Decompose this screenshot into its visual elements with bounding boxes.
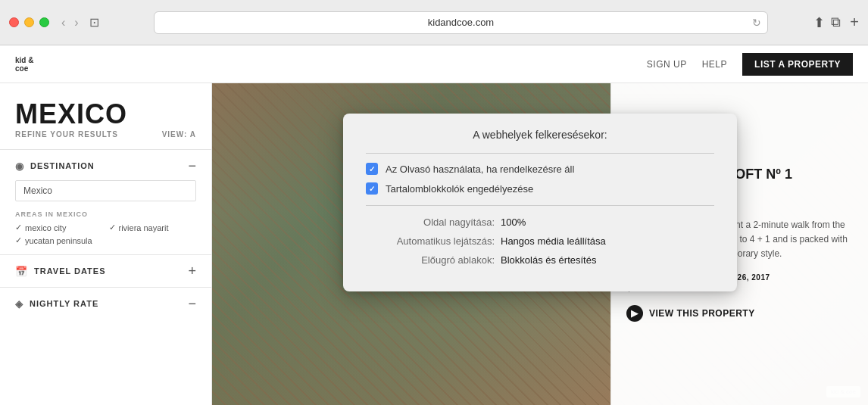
nav-links: SIGN UP HELP LIST A PROPERTY [647,53,853,76]
checkbox-row-1: Az Olvasó használata, ha rendelkezésre á… [366,163,714,175]
destination-section-header[interactable]: ◉ DESTINATION − [15,159,196,173]
page-wrapper: kid & coe SIGN UP HELP LIST A PROPERTY M… [0,45,868,405]
destination-section: ◉ DESTINATION − AREAS IN MEXICO ✓ mexico… [0,149,211,254]
popup-autoplay-label: Automatikus lejátszás: [373,235,495,247]
page-title: MEXICO [15,98,196,130]
sidebar-header: MEXICO REFINE YOUR RESULTS VIEW: A [0,83,211,149]
nightly-rate-section-title: ◈ NIGHTLY RATE [15,298,98,310]
calendar-icon: 📅 [15,266,28,277]
view-label: VIEW: A [162,130,196,139]
nightly-rate-section-header[interactable]: ◈ NIGHTLY RATE − [15,297,196,310]
popup-zoom-value: 100% [501,217,526,228]
browser-chrome: ‹ › ⊡ kidandcoe.com ↻ ⬆ ⧉ + [0,0,868,45]
popup-title: A webhelyek felkeresésekor: [366,129,714,141]
popup-popups-value: Blokkolás és értesítés [501,254,596,266]
nightly-rate-toggle-icon: − [188,297,196,310]
browser-actions: ⬆ ⧉ + [813,14,859,31]
destination-toggle-icon: − [188,159,196,173]
checkbox-2[interactable] [366,182,378,195]
share-button[interactable]: ⬆ [813,14,825,31]
checkbox-row-2: Tartalomblokkolók engedélyezése [366,182,714,195]
travel-dates-section: 📅 TRAVEL DATES + [0,254,211,287]
refine-text: REFINE YOUR RESULTS [15,130,118,139]
destination-section-title: ◉ DESTINATION [15,160,95,172]
rate-icon: ◈ [15,298,23,310]
checkbox-1-label: Az Olvasó használata, ha rendelkezésre á… [386,164,574,175]
property-area: kid & coe THE SAYULITA LOFT Nº 1 Sayulit… [212,83,868,405]
logo-line2: coe [15,64,33,73]
area-item-riviera-nayarit[interactable]: ✓ riviera nayarit [109,223,197,232]
url-text: kidandcoe.com [428,17,494,28]
popup-divider-top [366,153,714,154]
tabs-button[interactable]: ⧉ [831,14,841,30]
area-label-mexico-city: mexico city [25,223,66,232]
area-label-riviera-nayarit: riviera nayarit [119,223,169,232]
close-button[interactable] [9,17,19,27]
popup-overlay: A webhelyek felkeresésekor: Az Olvasó ha… [212,83,868,405]
area-label-yucatan: yucatan peninsula [25,236,92,245]
popup-autoplay-value: Hangos média leállítása [501,235,606,247]
checkbox-1[interactable] [366,163,378,175]
check-icon-riviera-nayarit: ✓ [109,223,116,232]
popup-dialog: A webhelyek felkeresésekor: Az Olvasó ha… [343,114,737,291]
destination-input[interactable] [15,180,196,201]
travel-dates-toggle-icon: + [188,264,196,278]
forward-button[interactable]: › [71,14,81,31]
popup-divider-mid [366,205,714,206]
destination-label: DESTINATION [30,161,95,170]
popup-row-popups: Előugró ablakok: Blokkolás és értesítés [366,254,714,266]
help-link[interactable]: HELP [702,59,727,70]
travel-dates-section-title: 📅 TRAVEL DATES [15,266,106,277]
check-icon-yucatan: ✓ [15,235,22,245]
logo: kid & coe [15,56,33,73]
checkbox-2-label: Tartalomblokkolók engedélyezése [386,183,533,195]
travel-dates-section-header[interactable]: 📅 TRAVEL DATES + [15,264,196,278]
traffic-lights [9,17,49,27]
sidebar-toggle-button[interactable]: ⊡ [89,15,99,30]
areas-in-mexico-label: AREAS IN MEXICO [15,210,196,218]
minimize-button[interactable] [24,17,34,27]
popup-row-autoplay: Automatikus lejátszás: Hangos média leál… [366,235,714,247]
area-item-mexico-city[interactable]: ✓ mexico city [15,223,103,232]
nav-buttons: ‹ › [58,14,82,31]
new-tab-button[interactable]: + [850,14,859,31]
logo-line1: kid & [15,56,33,64]
refine-label: REFINE YOUR RESULTS VIEW: A [15,130,196,139]
fullscreen-button[interactable] [39,17,49,27]
popup-popups-label: Előugró ablakok: [373,254,495,266]
reload-icon[interactable]: ↻ [752,17,761,29]
area-item-yucatan[interactable]: ✓ yucatan peninsula [15,235,103,245]
main-content: MEXICO REFINE YOUR RESULTS VIEW: A ◉ DES… [0,83,868,405]
back-button[interactable]: ‹ [58,14,68,31]
top-nav: kid & coe SIGN UP HELP LIST A PROPERTY [0,45,868,83]
check-icon-mexico-city: ✓ [15,223,22,232]
travel-dates-label: TRAVEL DATES [34,266,106,276]
areas-grid: ✓ mexico city ✓ riviera nayarit ✓ yucata… [15,223,196,245]
list-property-button[interactable]: LIST A PROPERTY [742,53,853,76]
destination-input-wrap [15,180,196,201]
sidebar: MEXICO REFINE YOUR RESULTS VIEW: A ◉ DES… [0,83,212,405]
signup-link[interactable]: SIGN UP [647,59,687,70]
nightly-rate-section: ◈ NIGHTLY RATE − [0,287,211,319]
nightly-rate-label: NIGHTLY RATE [30,299,98,308]
destination-icon: ◉ [15,160,24,172]
address-bar[interactable]: kidandcoe.com ↻ [154,11,769,34]
popup-zoom-label: Oldal nagyítása: [373,217,495,228]
popup-row-zoom: Oldal nagyítása: 100% [366,217,714,228]
